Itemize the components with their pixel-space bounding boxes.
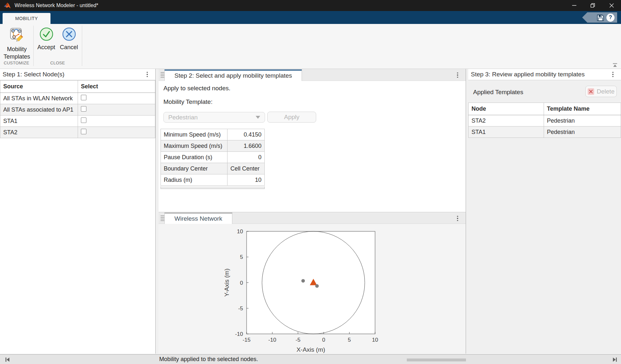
plot-axes-box — [247, 231, 375, 334]
minimize-button[interactable] — [565, 0, 583, 11]
toolbar-divider — [82, 26, 82, 66]
param-value-cell[interactable]: 0.4150 — [227, 129, 265, 140]
collapse-ribbon-button[interactable] — [611, 62, 618, 68]
node-select-table: Source Select All STAs in WLAN NetworkAl… — [0, 80, 155, 138]
tab-mobility[interactable]: MOBILITY — [3, 13, 50, 24]
maximize-button[interactable] — [583, 0, 602, 11]
mobility-templates-icon — [9, 27, 25, 43]
param-row: Boundary CenterCell Center — [161, 163, 265, 174]
step1-menu-button[interactable] — [144, 71, 150, 78]
ribbon-tab-strip: MOBILITY ? — [0, 11, 621, 24]
col-header-source: Source — [0, 81, 78, 93]
node-select-checkbox[interactable] — [81, 95, 86, 100]
ribbon-toolbar: Mobility Templates Accept Cancel CUSTOMI… — [0, 24, 621, 69]
param-value-cell[interactable]: 10 — [227, 174, 265, 186]
accept-label: Accept — [37, 44, 55, 51]
skip-to-start-button[interactable] — [3, 356, 12, 363]
delete-x-icon — [588, 88, 594, 95]
node-select-cell — [78, 127, 155, 138]
template-dropdown-value: Pedestrian — [168, 114, 198, 121]
mobility-templates-label: Mobility Templates — [1, 46, 32, 61]
node-select-row: All STAs associated to AP1 — [0, 104, 155, 116]
step2-menu-button[interactable] — [455, 72, 460, 79]
param-value-cell[interactable]: Cell Center — [227, 163, 265, 174]
close-button[interactable] — [602, 0, 621, 11]
group-label-close: CLOSE — [34, 61, 82, 65]
param-value-cell[interactable]: 0 — [227, 152, 265, 163]
y-tick-label: 0 — [240, 280, 243, 286]
param-label-cell: Pause Duration (s) — [161, 152, 227, 163]
cancel-x-icon — [62, 27, 76, 41]
network-plot-canvas: -15-10-50510-10-50510X-Axis (m)Y-Axis (m… — [159, 224, 465, 354]
group-label-customize: CUSTOMIZE — [0, 61, 33, 65]
node-marker-stas[interactable] — [301, 279, 305, 282]
applied-template-cell: Pedestrian — [544, 115, 621, 127]
y-tick-label: -5 — [238, 305, 243, 312]
window-title: Wireless Network Modeler - untitled* — [15, 3, 98, 8]
skip-to-end-button[interactable] — [611, 356, 619, 363]
x-tick-label: -15 — [243, 337, 251, 343]
template-params-body: Minimum Speed (m/s)0.4150Maximum Speed (… — [161, 129, 265, 186]
tab-step2[interactable]: Step 2: Select and apply mobility templa… — [164, 70, 302, 81]
quick-access-toolbar: ? — [582, 12, 617, 23]
applied-templates-label: Applied Templates — [473, 89, 523, 96]
applied-template-cell: Pedestrian — [544, 127, 621, 138]
x-tick-label: 5 — [348, 337, 351, 343]
tab-wireless-network[interactable]: Wireless Network — [164, 213, 232, 224]
applied-template-row[interactable]: STA1Pedestrian — [469, 127, 621, 138]
mobility-template-label: Mobility Template: — [163, 98, 213, 105]
instruction-text: Apply to selected nodes. — [163, 85, 230, 92]
skip-to-end-icon — [612, 357, 617, 362]
node-select-row: STA1 — [0, 116, 155, 127]
cancel-label: Cancel — [60, 44, 78, 51]
cancel-button[interactable]: Cancel — [58, 27, 80, 51]
node-source-cell: STA2 — [0, 127, 78, 138]
save-icon[interactable] — [596, 14, 604, 22]
step3-menu-button[interactable] — [610, 71, 616, 78]
x-axis-label: X-Axis (m) — [296, 346, 325, 353]
step3-title: Step 3: Review applied mobility template… — [471, 71, 585, 78]
drag-grip-icon[interactable] — [161, 215, 164, 221]
param-value-cell[interactable]: 1.6600 — [227, 140, 265, 152]
template-params-table: Minimum Speed (m/s)0.4150Maximum Speed (… — [161, 129, 265, 186]
step1-title: Step 1: Select Node(s) — [3, 71, 64, 78]
x-tick-label: -10 — [268, 337, 276, 343]
close-icon — [609, 3, 614, 8]
col-header-node: Node — [469, 103, 544, 115]
node-select-row: All STAs in WLAN Network — [0, 93, 155, 104]
collapse-ribbon-icon — [612, 63, 618, 67]
minimize-icon — [572, 5, 576, 6]
applied-node-cell: STA2 — [469, 115, 544, 127]
horizontal-scrollbar-thumb[interactable] — [407, 358, 466, 361]
restore-icon — [591, 3, 595, 8]
param-row: Maximum Speed (m/s)1.6600 — [161, 140, 265, 152]
network-plot: -15-10-50510-10-50510X-Axis (m)Y-Axis (m… — [159, 224, 466, 354]
y-tick-label: 10 — [237, 228, 243, 235]
drag-grip-icon[interactable] — [161, 72, 164, 78]
accept-check-icon — [39, 27, 53, 41]
params-table-scrollbar[interactable] — [161, 186, 265, 189]
applied-templates-table-wrap: Node Template Name STA2PedestrianSTA1Ped… — [468, 103, 621, 138]
network-menu-button[interactable] — [455, 215, 460, 222]
col-header-template-name: Template Name — [544, 103, 621, 115]
accept-button[interactable]: Accept — [36, 27, 57, 51]
step3-header: Step 3: Review applied mobility template… — [468, 69, 621, 80]
node-source-cell: STA1 — [0, 116, 78, 127]
help-icon[interactable]: ? — [606, 14, 615, 22]
apply-button[interactable]: Apply — [267, 112, 316, 123]
delete-button[interactable]: Delete — [585, 86, 617, 97]
status-bar: Mobility applied to the selected nodes. — [0, 354, 621, 364]
mobility-templates-button[interactable]: Mobility Templates — [1, 27, 32, 61]
param-label-cell: Minimum Speed (m/s) — [161, 129, 227, 140]
node-select-checkbox[interactable] — [81, 129, 86, 134]
node-select-checkbox[interactable] — [81, 106, 86, 112]
node-marker-stas[interactable] — [315, 284, 319, 288]
template-dropdown[interactable]: Pedestrian — [163, 112, 265, 123]
param-row: Minimum Speed (m/s)0.4150 — [161, 129, 265, 140]
dropdown-arrow-icon — [256, 116, 260, 119]
step2-tab-strip: Step 2: Select and apply mobility templa… — [159, 69, 466, 81]
applied-template-row[interactable]: STA2Pedestrian — [469, 115, 621, 127]
step2-content: Apply to selected nodes. Mobility Templa… — [159, 81, 466, 212]
node-select-checkbox[interactable] — [81, 117, 86, 123]
panel-step1: Step 1: Select Node(s) Source Select All… — [0, 69, 156, 354]
